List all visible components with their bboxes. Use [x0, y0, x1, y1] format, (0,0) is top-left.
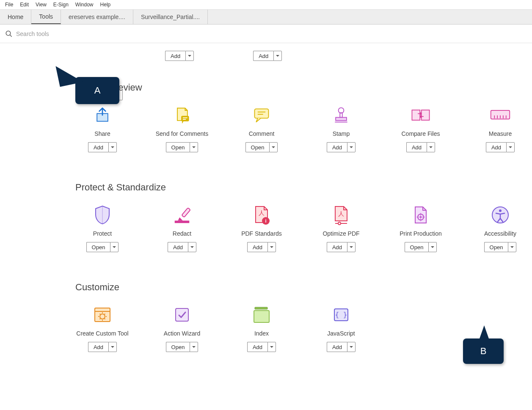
- btn-main[interactable]: Open: [166, 142, 190, 152]
- orphan-add-button-2[interactable]: Add: [253, 51, 282, 61]
- tool-button[interactable]: Open: [166, 142, 198, 152]
- tool-button[interactable]: Add: [88, 142, 117, 152]
- tool-grid-protect: Protect Open Redact Add 人i: [75, 205, 532, 261]
- btn-drop[interactable]: [190, 142, 198, 152]
- menu-view[interactable]: View: [32, 1, 50, 8]
- btn-drop[interactable]: [110, 242, 119, 252]
- tool-label: Print Production: [400, 230, 442, 237]
- tool-accessibility[interactable]: Accessibility Open: [473, 205, 527, 252]
- tool-optimize-pdf[interactable]: 人 Optimize PDF Add: [314, 205, 368, 252]
- btn-main[interactable]: Add: [88, 342, 108, 352]
- btn-main[interactable]: Add: [486, 142, 506, 152]
- tab-doc-surveillance[interactable]: Surveillance_Partial....: [133, 10, 208, 24]
- tool-javascript[interactable]: { } JavaScript Add: [314, 305, 368, 352]
- stamp-icon: [331, 105, 351, 125]
- menu-help[interactable]: Help: [97, 1, 114, 8]
- orphan-add-button-1[interactable]: Add: [165, 51, 194, 61]
- btn-drop[interactable]: [267, 242, 276, 252]
- menubar: File Edit View E-Sign Window Help: [0, 0, 532, 9]
- tool-send-for-comments[interactable]: Send for Comments Open: [155, 105, 209, 152]
- tool-button[interactable]: Open: [484, 242, 517, 252]
- btn-main[interactable]: Add: [327, 142, 347, 152]
- tool-label: Stamp: [333, 130, 350, 137]
- btn-drop[interactable]: [347, 142, 356, 152]
- tool-stamp[interactable]: Stamp Add: [314, 105, 368, 152]
- tool-button[interactable]: Open: [86, 242, 119, 252]
- btn-drop[interactable]: [267, 342, 276, 352]
- btn-main[interactable]: Add: [327, 342, 347, 352]
- btn-drop[interactable]: [347, 342, 356, 352]
- tool-button[interactable]: Add: [406, 142, 435, 152]
- tool-protect[interactable]: Protect Open: [75, 205, 130, 252]
- tool-button[interactable]: Add: [247, 342, 276, 352]
- orphan-add-drop-1[interactable]: [185, 51, 194, 61]
- svg-rect-35: [95, 308, 110, 322]
- btn-drop[interactable]: [506, 142, 515, 152]
- orphan-add-drop-2[interactable]: [273, 51, 282, 61]
- menu-window[interactable]: Window: [72, 1, 97, 8]
- comment-icon: [251, 105, 272, 125]
- btn-drop[interactable]: [508, 242, 516, 252]
- tool-share[interactable]: Share Add: [75, 105, 130, 152]
- tool-button[interactable]: Add: [327, 342, 356, 352]
- btn-main[interactable]: Open: [86, 242, 110, 252]
- btn-main[interactable]: Add: [247, 242, 267, 252]
- tool-index[interactable]: Index Add: [234, 305, 289, 352]
- search-input[interactable]: [16, 30, 143, 37]
- tool-label: Create Custom Tool: [76, 330, 128, 337]
- tool-button[interactable]: Add: [327, 242, 356, 252]
- tool-compare-files[interactable]: Compare Files Add: [394, 105, 448, 152]
- btn-drop[interactable]: [427, 142, 435, 152]
- btn-main[interactable]: Add: [327, 242, 347, 252]
- tool-comment[interactable]: Comment Open: [234, 105, 289, 152]
- tool-button[interactable]: Add: [88, 342, 117, 352]
- tool-print-production[interactable]: Print Production Open: [394, 205, 448, 252]
- tool-action-wizard[interactable]: Action Wizard Open: [155, 305, 209, 352]
- svg-point-0: [6, 31, 11, 36]
- tool-measure[interactable]: Measure Add: [473, 105, 527, 152]
- btn-drop[interactable]: [190, 342, 198, 352]
- btn-drop[interactable]: [108, 342, 117, 352]
- top-orphan-buttons: Add Add: [0, 43, 532, 61]
- svg-rect-6: [255, 109, 269, 118]
- btn-main[interactable]: Open: [484, 242, 508, 252]
- btn-drop[interactable]: [188, 242, 196, 252]
- tool-button[interactable]: Add: [168, 242, 196, 252]
- tool-pdf-standards[interactable]: 人i PDF Standards Add: [234, 205, 289, 252]
- share-icon: [92, 105, 113, 125]
- tool-label: Optimize PDF: [323, 230, 359, 237]
- orphan-add-main-2[interactable]: Add: [253, 51, 273, 61]
- btn-drop[interactable]: [428, 242, 437, 252]
- tab-home[interactable]: Home: [0, 10, 31, 24]
- btn-drop[interactable]: [347, 242, 356, 252]
- tool-button[interactable]: Add: [327, 142, 356, 152]
- redact-icon: [172, 205, 192, 225]
- btn-drop[interactable]: [269, 142, 278, 152]
- menu-edit[interactable]: Edit: [17, 1, 32, 8]
- menu-esign[interactable]: E-Sign: [50, 1, 72, 8]
- tab-tools[interactable]: Tools: [31, 10, 61, 24]
- tool-button[interactable]: Open: [166, 342, 198, 352]
- btn-main[interactable]: Add: [88, 142, 108, 152]
- btn-drop[interactable]: [108, 142, 117, 152]
- menu-file[interactable]: File: [2, 1, 17, 8]
- pdf-standards-icon: 人i: [251, 205, 272, 225]
- tool-button[interactable]: Open: [405, 242, 437, 252]
- orphan-add-main-1[interactable]: Add: [165, 51, 185, 61]
- btn-main[interactable]: Add: [168, 242, 188, 252]
- btn-main[interactable]: Open: [405, 242, 429, 252]
- tool-label: PDF Standards: [241, 230, 282, 237]
- tool-button[interactable]: Open: [245, 142, 278, 152]
- btn-main[interactable]: Open: [166, 342, 190, 352]
- tool-button[interactable]: Add: [247, 242, 276, 252]
- svg-point-34: [499, 209, 502, 212]
- btn-main[interactable]: Add: [406, 142, 427, 152]
- btn-main[interactable]: Add: [247, 342, 267, 352]
- tool-create-custom-tool[interactable]: Create Custom Tool Add: [75, 305, 130, 352]
- btn-main[interactable]: Open: [245, 142, 270, 152]
- tool-button[interactable]: Add: [486, 142, 515, 152]
- tab-doc-ereserves[interactable]: ereserves example....: [61, 10, 133, 24]
- svg-point-32: [420, 216, 422, 218]
- tool-redact[interactable]: Redact Add: [155, 205, 209, 252]
- section-title-customize: Customize: [75, 282, 532, 293]
